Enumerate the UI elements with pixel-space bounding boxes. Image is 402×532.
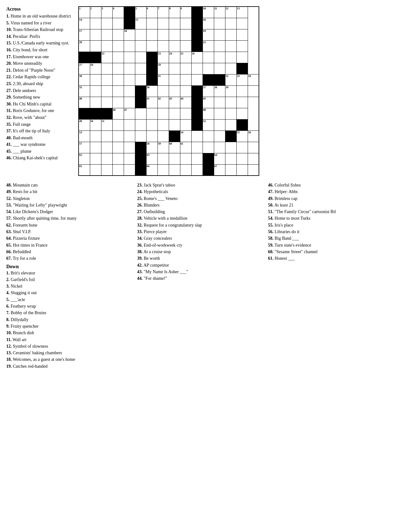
- grid-cell[interactable]: 7: [157, 7, 169, 18]
- grid-cell[interactable]: 13: [236, 7, 248, 18]
- grid-cell[interactable]: 16: [203, 18, 214, 29]
- grid-cell[interactable]: [135, 164, 146, 176]
- grid-cell[interactable]: [214, 18, 225, 29]
- grid-cell[interactable]: [112, 153, 124, 164]
- grid-cell[interactable]: 39: [225, 85, 236, 97]
- grid-cell[interactable]: [236, 85, 248, 97]
- grid-cell[interactable]: [79, 52, 90, 63]
- grid-cell[interactable]: [90, 164, 101, 176]
- grid-cell[interactable]: [191, 130, 203, 142]
- grid-cell[interactable]: 14: [79, 18, 90, 29]
- grid-cell[interactable]: [146, 108, 157, 119]
- grid-cell[interactable]: 10: [203, 7, 214, 18]
- grid-cell[interactable]: [203, 130, 214, 142]
- grid-cell[interactable]: [169, 153, 180, 164]
- grid-cell[interactable]: [180, 153, 191, 164]
- grid-cell[interactable]: [180, 108, 191, 119]
- grid-cell[interactable]: [90, 153, 101, 164]
- grid-cell[interactable]: 33: [236, 74, 248, 85]
- grid-cell[interactable]: [135, 108, 146, 119]
- grid-cell[interactable]: 28: [90, 63, 101, 74]
- grid-cell[interactable]: [124, 97, 135, 108]
- grid-cell[interactable]: [225, 29, 236, 40]
- grid-cell[interactable]: [214, 74, 225, 85]
- grid-cell[interactable]: [146, 40, 157, 52]
- grid-cell[interactable]: [135, 142, 146, 153]
- grid-cell[interactable]: 60: [169, 142, 180, 153]
- grid-cell[interactable]: [236, 164, 248, 176]
- grid-cell[interactable]: [101, 63, 112, 74]
- grid-cell[interactable]: [248, 164, 259, 176]
- grid-cell[interactable]: 64: [214, 153, 225, 164]
- grid-cell[interactable]: 62: [79, 153, 90, 164]
- grid-cell[interactable]: [191, 7, 203, 18]
- grid-cell[interactable]: [146, 18, 157, 29]
- grid-cell[interactable]: [90, 97, 101, 108]
- grid-cell[interactable]: [112, 97, 124, 108]
- grid-cell[interactable]: [157, 108, 169, 119]
- grid-cell[interactable]: [169, 164, 180, 176]
- grid-cell[interactable]: [112, 164, 124, 176]
- grid-cell[interactable]: [225, 119, 236, 130]
- grid-cell[interactable]: 22: [101, 52, 112, 63]
- grid-cell[interactable]: 34: [248, 74, 259, 85]
- grid-cell[interactable]: 65: [79, 164, 90, 176]
- grid-cell[interactable]: [203, 142, 214, 153]
- grid-cell[interactable]: [124, 7, 135, 18]
- grid-cell[interactable]: [214, 142, 225, 153]
- grid-cell[interactable]: [248, 142, 259, 153]
- grid-cell[interactable]: 61: [180, 142, 191, 153]
- grid-cell[interactable]: [191, 85, 203, 97]
- grid-cell[interactable]: [157, 29, 169, 40]
- grid-cell[interactable]: [124, 18, 135, 29]
- grid-cell[interactable]: 57: [79, 142, 90, 153]
- grid-cell[interactable]: [112, 63, 124, 74]
- grid-cell[interactable]: [191, 18, 203, 29]
- grid-cell[interactable]: [124, 153, 135, 164]
- grid-cell[interactable]: [214, 119, 225, 130]
- grid-cell[interactable]: 54: [180, 130, 191, 142]
- grid-cell[interactable]: 37: [203, 85, 214, 97]
- grid-cell[interactable]: [225, 108, 236, 119]
- grid-cell[interactable]: [180, 164, 191, 176]
- grid-cell[interactable]: [112, 40, 124, 52]
- grid-cell[interactable]: [135, 74, 146, 85]
- grid-cell[interactable]: [180, 18, 191, 29]
- grid-cell[interactable]: 51: [101, 119, 112, 130]
- grid-cell[interactable]: 27: [79, 63, 90, 74]
- grid-cell[interactable]: [169, 85, 180, 97]
- grid-cell[interactable]: 38: [214, 85, 225, 97]
- grid-cell[interactable]: 58: [146, 142, 157, 153]
- grid-cell[interactable]: [124, 130, 135, 142]
- grid-cell[interactable]: 21: [203, 40, 214, 52]
- grid-cell[interactable]: 1: [79, 7, 90, 18]
- grid-cell[interactable]: [112, 119, 124, 130]
- grid-cell[interactable]: [214, 40, 225, 52]
- grid-cell[interactable]: [124, 74, 135, 85]
- grid-cell[interactable]: 47: [124, 108, 135, 119]
- grid-cell[interactable]: [191, 63, 203, 74]
- grid-cell[interactable]: [180, 40, 191, 52]
- grid-cell[interactable]: [157, 153, 169, 164]
- grid-cell[interactable]: [180, 85, 191, 97]
- grid-cell[interactable]: [124, 85, 135, 97]
- grid-cell[interactable]: [90, 29, 101, 40]
- grid-cell[interactable]: [101, 40, 112, 52]
- grid-cell[interactable]: [157, 40, 169, 52]
- grid-cell[interactable]: [236, 29, 248, 40]
- grid-cell[interactable]: [169, 130, 180, 142]
- grid-cell[interactable]: [191, 108, 203, 119]
- grid-cell[interactable]: [101, 130, 112, 142]
- grid-cell[interactable]: 63: [146, 153, 157, 164]
- grid-cell[interactable]: [90, 40, 101, 52]
- grid-cell[interactable]: [191, 97, 203, 108]
- grid-cell[interactable]: 59: [157, 142, 169, 153]
- grid-cell[interactable]: [112, 29, 124, 40]
- grid-cell[interactable]: [124, 142, 135, 153]
- grid-cell[interactable]: [214, 130, 225, 142]
- grid-cell[interactable]: 24: [169, 52, 180, 63]
- grid-cell[interactable]: 17: [79, 29, 90, 40]
- grid-cell[interactable]: 12: [225, 7, 236, 18]
- grid-cell[interactable]: [101, 142, 112, 153]
- grid-cell[interactable]: [101, 108, 112, 119]
